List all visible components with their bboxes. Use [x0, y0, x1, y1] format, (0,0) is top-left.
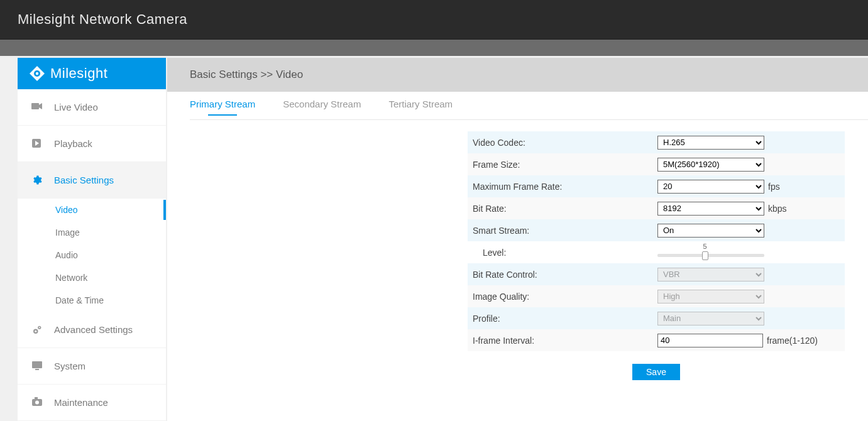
top-bar-secondary: [0, 40, 868, 56]
row-frame-size: Frame Size: 5M(2560*1920): [468, 153, 845, 175]
brand-logo-icon: [29, 65, 45, 82]
row-smart-stream: Smart Stream: On: [468, 219, 845, 241]
nav-advanced-settings[interactable]: Advanced Settings: [18, 312, 166, 348]
nav-playback[interactable]: Playback: [18, 126, 166, 162]
stream-tabs: Primary Stream Secondary Stream Tertiary…: [167, 92, 868, 117]
nav-label: Playback: [54, 138, 92, 149]
unit-kbps: kbps: [768, 204, 787, 214]
gear-icon: [31, 175, 43, 186]
subnav-basic: Video Image Audio Network Date & Time: [18, 199, 166, 312]
row-profile: Profile: Main: [468, 307, 845, 329]
select-bit-rate-control: VBR: [657, 268, 764, 282]
unit-fps: fps: [768, 182, 780, 192]
monitor-icon: [31, 361, 43, 372]
svg-point-5: [35, 330, 36, 332]
sidebar: Milesight Live Video Playback Basic Sett: [18, 58, 166, 421]
label-profile: Profile:: [468, 314, 656, 324]
nav-live-video[interactable]: Live Video: [18, 89, 166, 126]
subnav-network[interactable]: Network: [18, 266, 166, 289]
label-smart-stream: Smart Stream:: [468, 226, 656, 236]
row-max-frame-rate: Maximum Frame Rate: 20 fps: [468, 175, 845, 197]
select-max-frame-rate[interactable]: 20: [657, 180, 764, 194]
label-iframe-interval: I-frame Interval:: [468, 336, 656, 346]
brand-bar: Milesight: [18, 58, 166, 89]
nav-maintenance[interactable]: Maintenance: [18, 385, 166, 421]
label-bit-rate-control: Bit Rate Control:: [468, 270, 656, 280]
nav-label: Basic Settings: [54, 175, 114, 185]
settings-table: Video Codec: H.265 Frame Size: 5M(2560*1…: [468, 131, 845, 351]
select-video-codec[interactable]: H.265: [657, 136, 764, 150]
select-bit-rate[interactable]: 8192: [657, 202, 764, 216]
label-bit-rate: Bit Rate:: [468, 204, 656, 214]
nav-system[interactable]: System: [18, 348, 166, 385]
subnav-audio[interactable]: Audio: [18, 244, 166, 266]
play-icon: [31, 138, 43, 150]
select-smart-stream[interactable]: On: [657, 224, 764, 238]
label-video-codec: Video Codec:: [468, 138, 656, 148]
workspace: Milesight Live Video Playback Basic Sett: [0, 56, 868, 421]
subnav-datetime[interactable]: Date & Time: [18, 289, 166, 312]
slider-level[interactable]: 5: [657, 244, 764, 261]
camera2-icon: [31, 397, 43, 408]
nav-basic-settings[interactable]: Basic Settings: [18, 162, 166, 199]
svg-point-1: [36, 72, 38, 75]
label-level: Level:: [468, 248, 656, 258]
label-max-frame-rate: Maximum Frame Rate:: [468, 182, 656, 192]
tab-tertiary-stream[interactable]: Tertiary Stream: [388, 94, 453, 114]
label-frame-size: Frame Size:: [468, 160, 656, 170]
input-iframe-interval[interactable]: [657, 334, 763, 347]
nav-label: Live Video: [54, 102, 98, 112]
select-image-quality: High: [657, 290, 764, 303]
row-bit-rate-control: Bit Rate Control: VBR: [468, 263, 845, 285]
row-bit-rate: Bit Rate: 8192 kbps: [468, 197, 845, 219]
label-image-quality: Image Quality:: [468, 292, 656, 302]
svg-point-7: [39, 327, 40, 328]
nav-label: System: [54, 361, 85, 371]
tab-secondary-stream[interactable]: Secondary Stream: [283, 94, 361, 114]
select-profile: Main: [657, 312, 764, 325]
svg-point-12: [35, 400, 39, 404]
nav-label: Maintenance: [54, 397, 108, 408]
brand-text: Milesight: [50, 65, 107, 82]
select-frame-size[interactable]: 5M(2560*1920): [657, 158, 764, 172]
svg-rect-8: [32, 361, 42, 368]
app-title: Milesight Network Camera: [18, 11, 187, 28]
camera-icon: [31, 102, 43, 113]
sidebar-nav: Live Video Playback Basic Settings Video…: [18, 89, 166, 421]
svg-rect-11: [35, 397, 38, 399]
nav-label: Advanced Settings: [54, 324, 133, 335]
row-video-codec: Video Codec: H.265: [468, 131, 845, 153]
svg-rect-9: [35, 369, 39, 370]
tab-primary-stream[interactable]: Primary Stream: [190, 94, 255, 114]
unit-iframe: frame(1-120): [767, 336, 818, 346]
subnav-image[interactable]: Image: [18, 221, 166, 244]
row-iframe-interval: I-frame Interval: frame(1-120): [468, 329, 845, 351]
row-image-quality: Image Quality: High: [468, 285, 845, 307]
content-body: Video Codec: H.265 Frame Size: 5M(2560*1…: [190, 119, 868, 421]
save-button[interactable]: Save: [632, 364, 680, 380]
gears-icon: [31, 324, 43, 336]
row-level: Level: 5: [468, 241, 845, 263]
subnav-video[interactable]: Video: [18, 199, 166, 221]
svg-rect-2: [31, 103, 39, 109]
top-bar: Milesight Network Camera: [0, 0, 868, 40]
content: Basic Settings >> Video Primary Stream S…: [167, 58, 868, 421]
breadcrumb: Basic Settings >> Video: [167, 58, 868, 92]
